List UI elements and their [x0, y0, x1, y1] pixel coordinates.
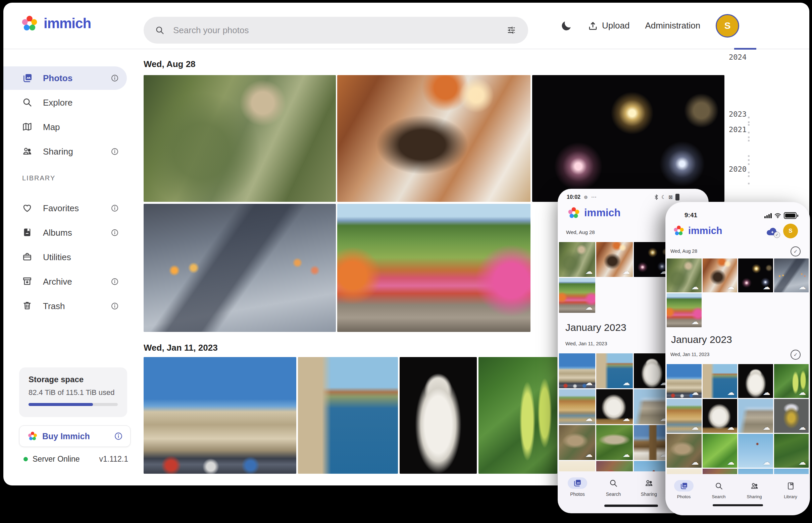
- sidebar-item-utilities[interactable]: Utilities: [3, 246, 129, 269]
- info-icon[interactable]: [111, 147, 119, 156]
- timeline-tick: [748, 121, 749, 123]
- photo-thumb-berries[interactable]: ☁: [774, 364, 809, 398]
- photo-thumb-bust[interactable]: ☁: [738, 364, 773, 398]
- photo-green-berries[interactable]: [479, 357, 557, 474]
- photo-thumb-ruins[interactable]: ☁: [634, 389, 670, 424]
- sidebar-item-favorites[interactable]: Favorites: [3, 196, 129, 220]
- info-icon[interactable]: [111, 302, 119, 310]
- photo-thumb-lizard[interactable]: ☁: [559, 425, 595, 460]
- search-input[interactable]: Search your photos: [144, 17, 528, 43]
- nav-sharing[interactable]: Sharing: [737, 480, 772, 499]
- photo-thumb-sky[interactable]: ☁: [738, 434, 773, 468]
- nav-photos[interactable]: Photos: [667, 480, 701, 499]
- photo-thumb-dinner[interactable]: ☁: [703, 258, 738, 292]
- sidebar-item-albums[interactable]: Albums: [3, 221, 129, 245]
- sidebar-item-photos[interactable]: Photos: [3, 66, 129, 90]
- photo-autumn-path[interactable]: [337, 204, 531, 332]
- date-header-aug28: Wed, Aug 28: [566, 229, 595, 235]
- timeline-year-2024[interactable]: 2024: [729, 53, 746, 61]
- info-icon[interactable]: [111, 229, 119, 237]
- photo-thumb-coast[interactable]: ☁: [703, 364, 738, 398]
- photo-monkeys-zoo[interactable]: [144, 75, 336, 202]
- brand-wordmark: immich: [44, 15, 91, 32]
- date-header-aug28: Wed, Aug 28: [670, 249, 697, 254]
- photo-thumb-dinner[interactable]: ☁: [596, 242, 633, 277]
- storage-progress-bar: [29, 403, 118, 406]
- photo-marble-bust[interactable]: [400, 357, 477, 474]
- photo-thumb-greenery[interactable]: ☁: [703, 434, 738, 468]
- photo-thumb-lizard[interactable]: ☁: [667, 434, 702, 468]
- app-logo[interactable]: immich: [21, 15, 91, 32]
- photo-thumb-monkeys[interactable]: ☁: [667, 258, 702, 292]
- photo-thumb-fortress[interactable]: ☁: [667, 364, 702, 398]
- photo-fortress[interactable]: [144, 357, 296, 474]
- cloud-backup-button[interactable]: ✓: [766, 226, 779, 237]
- photo-thumb-ruins[interactable]: ☁: [738, 399, 773, 433]
- photo-thumb-monkeys[interactable]: ☁: [559, 242, 595, 277]
- photo-thumb-cliff[interactable]: ☁: [667, 399, 702, 433]
- photo-fireworks[interactable]: [532, 75, 724, 202]
- timeline-position-marker[interactable]: [734, 48, 756, 50]
- timeline-tick: [748, 132, 749, 133]
- photos-icon: [674, 480, 694, 491]
- select-all-check-icon[interactable]: ✓: [791, 247, 800, 256]
- photo-thumb-autumn[interactable]: ☁: [559, 278, 595, 313]
- sidebar-label: Favorites: [43, 203, 79, 214]
- heart-icon: [22, 203, 33, 214]
- sidebar-item-trash[interactable]: Trash: [3, 294, 129, 318]
- timeline-year-2021[interactable]: 2021: [729, 125, 746, 134]
- date-header-jan11: Wed, Jan 11, 2023: [144, 343, 218, 353]
- buy-immich-button[interactable]: Buy Immich: [19, 426, 131, 447]
- photo-thumb-lizard2[interactable]: ☁: [596, 425, 633, 460]
- photo-dinner-table[interactable]: [337, 75, 531, 202]
- photo-thumb-forest[interactable]: ☁: [774, 434, 809, 468]
- photo-thumb-sculpture[interactable]: ☁: [703, 399, 738, 433]
- user-avatar[interactable]: S: [716, 14, 739, 38]
- photo-holding-hands[interactable]: [144, 204, 336, 332]
- info-icon[interactable]: [114, 432, 123, 440]
- photo-thumb-sculpture[interactable]: ☁: [596, 389, 633, 424]
- info-icon[interactable]: [111, 74, 119, 82]
- photo-thumb-cliff[interactable]: ☁: [559, 389, 595, 424]
- photo-thumb-snowy-church[interactable]: ☁: [634, 425, 670, 460]
- library-book-icon: [781, 480, 800, 491]
- photo-thumb-fireworks[interactable]: ☁: [634, 242, 670, 277]
- photo-coastal-town[interactable]: [298, 357, 398, 474]
- photo-thumb-autumn[interactable]: ☁: [667, 293, 702, 327]
- sidebar-item-archive[interactable]: Archive: [3, 270, 129, 293]
- sidebar-item-explore[interactable]: Explore: [3, 91, 129, 114]
- photo-thumb-hands[interactable]: ☁: [774, 258, 809, 292]
- photo-thumb-fortress[interactable]: ☁: [559, 353, 595, 388]
- cloud-sync-icon: ☁: [799, 458, 806, 466]
- nav-search[interactable]: Search: [701, 480, 736, 499]
- cloud-sync-icon: ☁: [585, 450, 592, 458]
- timeline-year-2023[interactable]: 2023: [729, 110, 746, 118]
- photos-icon: [568, 477, 587, 489]
- home-indicator[interactable]: [713, 504, 763, 506]
- nav-search[interactable]: Search: [596, 477, 631, 497]
- nav-sharing[interactable]: Sharing: [632, 477, 667, 497]
- sidebar-item-sharing[interactable]: Sharing: [3, 140, 129, 163]
- timeline-year-2020[interactable]: 2020: [729, 165, 746, 173]
- immich-flower-logo-icon: [21, 15, 38, 32]
- nav-label: Search: [606, 491, 621, 497]
- nav-library[interactable]: Library: [773, 480, 808, 499]
- upload-button[interactable]: Upload: [588, 20, 629, 31]
- info-icon[interactable]: [111, 277, 119, 286]
- photo-thumb-bust[interactable]: ☁: [634, 353, 670, 388]
- administration-link[interactable]: Administration: [645, 20, 700, 31]
- user-avatar[interactable]: S: [783, 223, 798, 238]
- home-indicator[interactable]: [604, 505, 658, 507]
- search-filters-icon[interactable]: [507, 25, 516, 35]
- sidebar-label: Archive: [43, 276, 72, 287]
- cloud-sync-icon: ☁: [799, 283, 806, 291]
- info-icon[interactable]: [111, 204, 119, 212]
- nav-photos[interactable]: Photos: [560, 477, 595, 497]
- timeline-tick: [748, 117, 749, 118]
- photo-thumb-fireworks[interactable]: ☁: [738, 258, 773, 292]
- select-all-check-icon[interactable]: ✓: [791, 350, 800, 360]
- dark-mode-toggle-moon-icon[interactable]: [560, 20, 572, 32]
- photo-thumb-coast[interactable]: ☁: [596, 353, 633, 388]
- sidebar-item-map[interactable]: Map: [3, 115, 129, 139]
- photo-thumb-ornate[interactable]: ☁: [774, 399, 809, 433]
